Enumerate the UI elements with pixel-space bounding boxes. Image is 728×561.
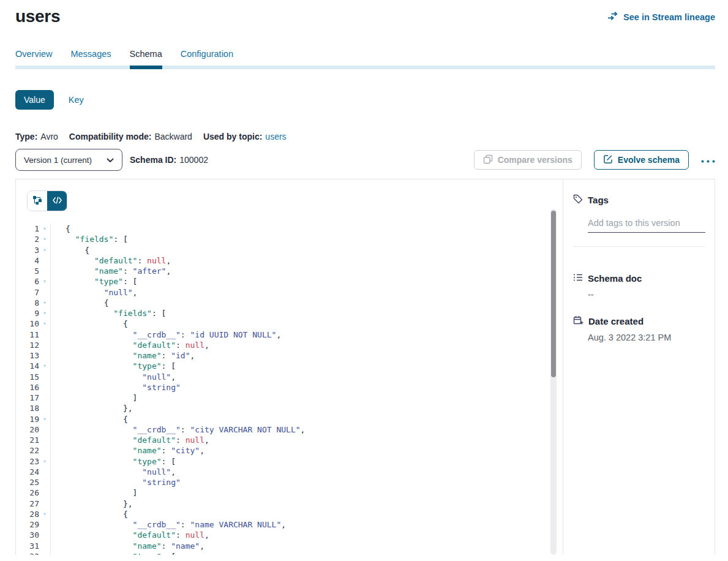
schema-sidebar: Tags Schema doc -- xyxy=(563,179,715,555)
code-line: 2▾ "fields": [ xyxy=(16,234,563,244)
date-created-heading: Date created xyxy=(588,316,644,326)
code-text: "null", xyxy=(50,287,563,298)
fold-toggle-icon[interactable]: ▾ xyxy=(39,551,50,555)
fold-toggle-icon[interactable]: ▾ xyxy=(39,276,50,287)
fold-spacer xyxy=(39,499,50,509)
line-number: 30 xyxy=(16,530,39,540)
code-line: 20 "__crdb__": "city VARCHAR NOT NULL", xyxy=(16,424,563,435)
fold-toggle-icon[interactable]: ▾ xyxy=(39,361,50,371)
value-toggle-button[interactable]: Value xyxy=(15,90,54,110)
line-number: 25 xyxy=(16,477,39,488)
key-toggle-button[interactable]: Key xyxy=(69,95,84,105)
code-text: "__crdb__": "city VARCHAR NOT NULL", xyxy=(50,424,563,435)
fold-toggle-icon[interactable]: ▾ xyxy=(39,245,50,255)
line-number: 23 xyxy=(16,456,39,467)
fold-spacer xyxy=(39,424,50,435)
page-title: users xyxy=(15,6,60,27)
code-text: "default": null, xyxy=(50,255,563,266)
code-view-button[interactable] xyxy=(47,191,67,211)
type-value: Avro xyxy=(40,132,58,141)
editor-scrollbar[interactable] xyxy=(550,209,557,555)
tab-messages[interactable]: Messages xyxy=(70,49,111,66)
tree-view-button[interactable] xyxy=(28,191,47,211)
schema-id-label: Schema ID: xyxy=(130,155,176,165)
line-number: 26 xyxy=(16,488,39,498)
fold-spacer xyxy=(39,435,50,445)
code-line: 11 "__crdb__": "id UUID NOT NULL", xyxy=(16,329,563,340)
line-number: 22 xyxy=(16,445,39,456)
code-line: 6▾ "type": [ xyxy=(16,276,563,287)
topic-link[interactable]: users xyxy=(265,132,286,141)
lineage-link-label: See in Stream lineage xyxy=(623,12,715,22)
ellipsis-icon xyxy=(701,156,715,165)
fold-toggle-icon[interactable]: ▾ xyxy=(39,234,50,244)
code-line: 9▾ "fields": [ xyxy=(16,308,563,318)
code-line: 12 "default": null, xyxy=(16,340,563,350)
version-toolbar: Version 1 (current) Schema ID: 100002 Co… xyxy=(15,149,715,171)
tree-view-icon xyxy=(32,195,42,207)
code-line: 8▾ { xyxy=(16,298,563,308)
stream-lineage-icon xyxy=(607,11,619,23)
fold-toggle-icon[interactable]: ▾ xyxy=(39,318,50,329)
used-by-topic: Used by topic: users xyxy=(203,132,287,141)
fold-toggle-icon[interactable]: ▾ xyxy=(39,308,50,318)
code-view-icon xyxy=(53,197,62,206)
schema-card: 1▾{2▾ "fields": [3▾ {4 "default": null,5… xyxy=(15,179,715,555)
code-text: { xyxy=(50,318,563,329)
fold-toggle-icon[interactable]: ▾ xyxy=(39,414,50,424)
code-text: "string" xyxy=(50,477,563,488)
version-select[interactable]: Version 1 (current) xyxy=(15,149,122,171)
fold-spacer xyxy=(39,541,50,551)
code-text: }, xyxy=(50,499,563,509)
compare-versions-button[interactable]: Compare versions xyxy=(474,150,582,170)
line-number: 9 xyxy=(16,308,39,318)
schema-meta-row: Type: Avro Compatibility mode: Backward … xyxy=(15,132,715,141)
line-number: 17 xyxy=(16,393,39,403)
line-number: 15 xyxy=(16,372,39,382)
code-text: "name": "after", xyxy=(50,266,563,276)
code-text: ] xyxy=(50,488,563,498)
fold-spacer xyxy=(39,519,50,530)
compatibility-label: Compatibility mode: xyxy=(69,132,152,141)
fold-toggle-icon[interactable]: ▾ xyxy=(39,509,50,519)
line-number: 19 xyxy=(16,414,39,424)
tag-icon xyxy=(573,194,583,206)
code-text: "name": "id", xyxy=(50,350,563,361)
code-text: { xyxy=(50,224,563,234)
line-number: 29 xyxy=(16,519,39,530)
code-line: 14▾ "type": [ xyxy=(16,361,563,371)
schema-page: users See in Stream lineage Overview Mes… xyxy=(0,0,728,561)
fold-spacer xyxy=(39,467,50,477)
more-options-button[interactable] xyxy=(701,156,715,165)
line-number: 18 xyxy=(16,403,39,413)
compatibility-value: Backward xyxy=(154,132,192,141)
tab-configuration[interactable]: Configuration xyxy=(181,49,233,66)
schema-doc-section: Schema doc -- xyxy=(573,273,705,299)
code-text: "__crdb__": "id UUID NOT NULL", xyxy=(50,329,563,340)
line-number: 13 xyxy=(16,350,39,361)
fold-spacer xyxy=(39,350,50,361)
line-number: 21 xyxy=(16,435,39,445)
code-text: { xyxy=(50,298,563,308)
code-text: "type": [ xyxy=(50,456,563,467)
tags-heading: Tags xyxy=(588,195,609,205)
see-in-stream-lineage-link[interactable]: See in Stream lineage xyxy=(607,11,715,23)
code-text: "default": null, xyxy=(50,530,563,540)
fold-toggle-icon[interactable]: ▾ xyxy=(39,298,50,308)
fold-spacer xyxy=(39,393,50,403)
fold-toggle-icon[interactable]: ▾ xyxy=(39,224,50,234)
tab-schema[interactable]: Schema xyxy=(130,49,162,66)
fold-toggle-icon[interactable]: ▾ xyxy=(39,456,50,467)
tags-input[interactable] xyxy=(588,218,705,233)
code-line: 5 "name": "after", xyxy=(16,266,563,276)
code-text: { xyxy=(50,245,563,255)
code-lines: 1▾{2▾ "fields": [3▾ {4 "default": null,5… xyxy=(16,224,563,555)
scrollbar-thumb[interactable] xyxy=(551,211,556,377)
evolve-schema-button[interactable]: Evolve schema xyxy=(594,150,689,170)
code-line: 28▾ { xyxy=(16,509,563,519)
code-text: ] xyxy=(50,393,563,403)
schema-doc-value: -- xyxy=(588,290,705,299)
fold-spacer xyxy=(39,403,50,413)
tab-overview[interactable]: Overview xyxy=(15,49,52,66)
code-line: 24 "null", xyxy=(16,467,563,477)
